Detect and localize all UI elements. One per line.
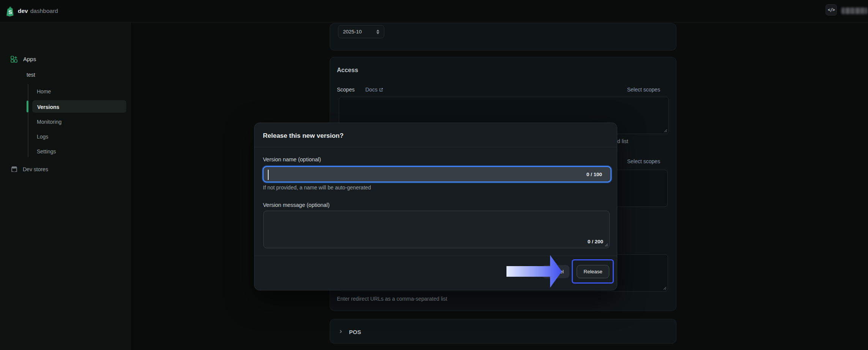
shopify-logo-icon: S <box>5 6 16 17</box>
version-name-label: Version name (optional) <box>263 156 321 162</box>
chevron-updown-icon <box>376 30 379 34</box>
select-scopes-button-2[interactable]: Select scopes <box>627 158 660 164</box>
name-char-counter: 0 / 100 <box>587 172 602 177</box>
sidebar-item-dev-stores[interactable]: Dev stores <box>23 166 48 172</box>
docs-link[interactable]: Docs <box>365 87 383 93</box>
modal-footer-divider <box>255 255 617 256</box>
annotation-arrow-icon <box>506 255 562 288</box>
svg-text:S: S <box>8 9 12 16</box>
select-scopes-button-1[interactable]: Select scopes <box>627 87 660 93</box>
sidebar-item-settings[interactable]: Settings <box>37 148 56 155</box>
resize-handle-icon[interactable] <box>604 243 608 247</box>
message-char-counter: 0 / 200 <box>588 239 603 244</box>
version-name-input[interactable]: 0 / 100 <box>263 166 612 183</box>
pos-card[interactable] <box>330 319 676 344</box>
sidebar: Apps test Home Versions Monitoring Logs … <box>0 22 131 350</box>
modal-title: Release this new version? <box>263 132 344 140</box>
chevron-right-icon[interactable]: › <box>340 328 342 334</box>
sidebar-item-home[interactable]: Home <box>37 88 51 95</box>
sidebar-app-name[interactable]: test <box>27 72 35 78</box>
code-icon: </> <box>828 7 835 13</box>
text-caret <box>268 170 269 180</box>
active-indicator-bar <box>27 101 28 112</box>
release-version-modal: Release this new version? Version name (… <box>254 123 617 290</box>
external-link-icon <box>379 88 383 92</box>
annotation-highlight-box <box>572 259 614 284</box>
version-dropdown-value: 2025-10 <box>343 29 376 35</box>
pos-card-title[interactable]: POS <box>349 329 361 335</box>
access-card-title: Access <box>337 67 358 74</box>
sidebar-item-apps[interactable]: Apps <box>23 56 36 62</box>
app-title: dev dashboard <box>18 8 58 14</box>
code-button[interactable]: </> <box>826 4 837 16</box>
apps-icon <box>11 56 17 63</box>
redirect-urls-helper: Enter redirect URLs as a comma-separated… <box>337 296 447 302</box>
resize-handle-icon[interactable] <box>662 286 667 290</box>
top-header-bar: S dev dashboard </> <box>0 0 868 22</box>
modal-header-divider <box>255 147 617 147</box>
sidebar-item-monitoring[interactable]: Monitoring <box>37 119 61 125</box>
sidebar-tree-line <box>28 84 28 157</box>
version-name-helper: If not provided, a name will be auto-gen… <box>263 184 371 191</box>
version-message-textarea[interactable]: 0 / 200 <box>263 211 610 248</box>
redacted-account-name[interactable] <box>841 8 867 14</box>
version-dropdown[interactable]: 2025-10 <box>338 25 384 38</box>
app-title-light: dashboard <box>30 8 58 14</box>
version-message-label: Version message (optional) <box>263 202 330 208</box>
sidebar-item-logs[interactable]: Logs <box>37 134 48 140</box>
sidebar-item-versions-label[interactable]: Versions <box>37 104 59 110</box>
resize-handle-icon[interactable] <box>663 128 667 132</box>
app-title-bold: dev <box>18 8 28 14</box>
store-icon <box>11 166 18 172</box>
scopes-helper-truncated: d list <box>617 138 628 144</box>
docs-link-label: Docs <box>365 87 377 93</box>
scopes-label: Scopes <box>337 87 355 93</box>
